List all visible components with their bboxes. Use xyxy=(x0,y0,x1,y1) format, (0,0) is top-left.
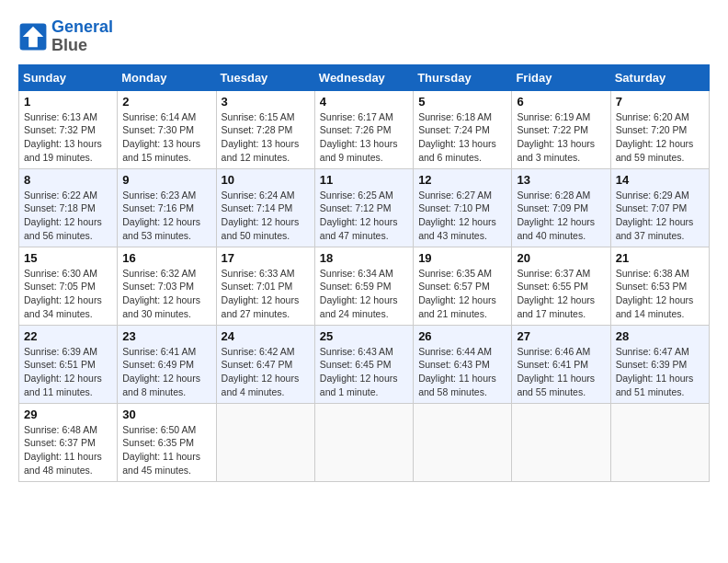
day-number: 22 xyxy=(24,329,112,343)
day-info: Sunrise: 6:50 AMSunset: 6:35 PMDaylight:… xyxy=(122,423,210,477)
day-info: Sunrise: 6:39 AMSunset: 6:51 PMDaylight:… xyxy=(24,345,112,399)
calendar-cell: 20Sunrise: 6:37 AMSunset: 6:55 PMDayligh… xyxy=(512,247,610,325)
calendar-cell: 22Sunrise: 6:39 AMSunset: 6:51 PMDayligh… xyxy=(19,325,118,403)
calendar-cell: 17Sunrise: 6:33 AMSunset: 7:01 PMDayligh… xyxy=(216,247,314,325)
day-info: Sunrise: 6:15 AMSunset: 7:28 PMDaylight:… xyxy=(222,110,310,165)
day-info: Sunrise: 6:47 AMSunset: 6:39 PMDaylight:… xyxy=(616,345,704,399)
calendar-cell xyxy=(610,403,709,481)
day-number: 17 xyxy=(222,251,310,265)
calendar-week-row: 22Sunrise: 6:39 AMSunset: 6:51 PMDayligh… xyxy=(19,325,710,403)
day-info: Sunrise: 6:14 AMSunset: 7:30 PMDaylight:… xyxy=(122,110,210,165)
calendar-cell: 26Sunrise: 6:44 AMSunset: 6:43 PMDayligh… xyxy=(414,325,512,403)
calendar-cell: 1Sunrise: 6:13 AMSunset: 7:32 PMDaylight… xyxy=(19,90,118,168)
day-info: Sunrise: 6:23 AMSunset: 7:16 PMDaylight:… xyxy=(122,189,210,243)
day-number: 28 xyxy=(616,329,704,343)
day-info: Sunrise: 6:24 AMSunset: 7:14 PMDaylight:… xyxy=(222,189,310,243)
calendar-header-friday: Friday xyxy=(512,64,610,90)
calendar-cell xyxy=(314,403,413,481)
day-number: 11 xyxy=(320,173,408,187)
day-info: Sunrise: 6:22 AMSunset: 7:18 PMDaylight:… xyxy=(24,189,112,243)
day-info: Sunrise: 6:32 AMSunset: 7:03 PMDaylight:… xyxy=(122,267,210,321)
day-number: 29 xyxy=(24,408,112,421)
day-info: Sunrise: 6:44 AMSunset: 6:43 PMDaylight:… xyxy=(418,345,506,399)
day-number: 21 xyxy=(616,251,704,265)
calendar-header-thursday: Thursday xyxy=(414,64,512,90)
day-number: 14 xyxy=(616,173,704,187)
calendar-cell: 12Sunrise: 6:27 AMSunset: 7:10 PMDayligh… xyxy=(414,168,512,247)
day-info: Sunrise: 6:34 AMSunset: 6:59 PMDaylight:… xyxy=(320,267,408,321)
day-info: Sunrise: 6:25 AMSunset: 7:12 PMDaylight:… xyxy=(320,189,408,243)
day-info: Sunrise: 6:41 AMSunset: 6:49 PMDaylight:… xyxy=(122,345,210,399)
day-info: Sunrise: 6:18 AMSunset: 7:24 PMDaylight:… xyxy=(418,110,506,165)
day-info: Sunrise: 6:38 AMSunset: 6:53 PMDaylight:… xyxy=(616,267,704,321)
day-number: 23 xyxy=(122,329,210,343)
day-number: 6 xyxy=(517,95,605,109)
day-number: 1 xyxy=(24,95,112,109)
day-number: 2 xyxy=(122,95,210,109)
day-number: 25 xyxy=(320,329,408,343)
calendar-cell: 29Sunrise: 6:48 AMSunset: 6:37 PMDayligh… xyxy=(19,403,118,481)
day-info: Sunrise: 6:43 AMSunset: 6:45 PMDaylight:… xyxy=(320,345,408,399)
calendar-cell: 14Sunrise: 6:29 AMSunset: 7:07 PMDayligh… xyxy=(610,168,709,247)
calendar-cell: 21Sunrise: 6:38 AMSunset: 6:53 PMDayligh… xyxy=(610,247,709,325)
calendar-header-wednesday: Wednesday xyxy=(314,64,413,90)
calendar-cell: 10Sunrise: 6:24 AMSunset: 7:14 PMDayligh… xyxy=(216,168,314,247)
day-number: 26 xyxy=(418,329,506,343)
day-number: 15 xyxy=(24,251,112,265)
day-number: 5 xyxy=(418,95,506,109)
calendar-header-sunday: Sunday xyxy=(19,64,118,90)
day-info: Sunrise: 6:46 AMSunset: 6:41 PMDaylight:… xyxy=(517,345,605,399)
day-info: Sunrise: 6:28 AMSunset: 7:09 PMDaylight:… xyxy=(517,189,605,243)
calendar-header-row: SundayMondayTuesdayWednesdayThursdayFrid… xyxy=(19,64,710,90)
day-number: 20 xyxy=(517,251,605,265)
calendar-cell: 7Sunrise: 6:20 AMSunset: 7:20 PMDaylight… xyxy=(610,90,709,168)
day-info: Sunrise: 6:20 AMSunset: 7:20 PMDaylight:… xyxy=(616,110,704,165)
calendar-cell: 2Sunrise: 6:14 AMSunset: 7:30 PMDaylight… xyxy=(118,90,216,168)
calendar-cell: 5Sunrise: 6:18 AMSunset: 7:24 PMDaylight… xyxy=(414,90,512,168)
calendar-cell: 19Sunrise: 6:35 AMSunset: 6:57 PMDayligh… xyxy=(414,247,512,325)
calendar-cell: 18Sunrise: 6:34 AMSunset: 6:59 PMDayligh… xyxy=(314,247,413,325)
calendar-week-row: 1Sunrise: 6:13 AMSunset: 7:32 PMDaylight… xyxy=(19,90,710,168)
calendar-cell xyxy=(414,403,512,481)
logo-text: GeneralBlue xyxy=(51,18,113,55)
day-number: 9 xyxy=(122,173,210,187)
day-number: 10 xyxy=(222,173,310,187)
calendar-week-row: 29Sunrise: 6:48 AMSunset: 6:37 PMDayligh… xyxy=(19,403,710,481)
logo-icon xyxy=(18,22,48,52)
day-info: Sunrise: 6:19 AMSunset: 7:22 PMDaylight:… xyxy=(517,110,605,165)
calendar-cell: 15Sunrise: 6:30 AMSunset: 7:05 PMDayligh… xyxy=(19,247,118,325)
day-number: 30 xyxy=(122,408,210,421)
calendar-week-row: 15Sunrise: 6:30 AMSunset: 7:05 PMDayligh… xyxy=(19,247,710,325)
calendar-cell: 3Sunrise: 6:15 AMSunset: 7:28 PMDaylight… xyxy=(216,90,314,168)
calendar-cell: 24Sunrise: 6:42 AMSunset: 6:47 PMDayligh… xyxy=(216,325,314,403)
calendar-cell: 23Sunrise: 6:41 AMSunset: 6:49 PMDayligh… xyxy=(118,325,216,403)
day-info: Sunrise: 6:37 AMSunset: 6:55 PMDaylight:… xyxy=(517,267,605,321)
calendar-cell xyxy=(512,403,610,481)
calendar-table: SundayMondayTuesdayWednesdayThursdayFrid… xyxy=(18,64,710,482)
calendar-cell: 6Sunrise: 6:19 AMSunset: 7:22 PMDaylight… xyxy=(512,90,610,168)
day-number: 24 xyxy=(222,329,310,343)
calendar-cell: 28Sunrise: 6:47 AMSunset: 6:39 PMDayligh… xyxy=(610,325,709,403)
logo: GeneralBlue xyxy=(18,18,113,55)
day-number: 7 xyxy=(616,95,704,109)
calendar-cell: 25Sunrise: 6:43 AMSunset: 6:45 PMDayligh… xyxy=(314,325,413,403)
calendar-cell: 11Sunrise: 6:25 AMSunset: 7:12 PMDayligh… xyxy=(314,168,413,247)
day-info: Sunrise: 6:17 AMSunset: 7:26 PMDaylight:… xyxy=(320,110,408,165)
calendar-cell xyxy=(216,403,314,481)
calendar-cell: 4Sunrise: 6:17 AMSunset: 7:26 PMDaylight… xyxy=(314,90,413,168)
day-info: Sunrise: 6:29 AMSunset: 7:07 PMDaylight:… xyxy=(616,189,704,243)
day-info: Sunrise: 6:13 AMSunset: 7:32 PMDaylight:… xyxy=(24,110,112,165)
day-info: Sunrise: 6:30 AMSunset: 7:05 PMDaylight:… xyxy=(24,267,112,321)
calendar-week-row: 8Sunrise: 6:22 AMSunset: 7:18 PMDaylight… xyxy=(19,168,710,247)
calendar-cell: 27Sunrise: 6:46 AMSunset: 6:41 PMDayligh… xyxy=(512,325,610,403)
day-number: 13 xyxy=(517,173,605,187)
calendar-cell: 16Sunrise: 6:32 AMSunset: 7:03 PMDayligh… xyxy=(118,247,216,325)
day-number: 16 xyxy=(122,251,210,265)
day-number: 12 xyxy=(418,173,506,187)
calendar-header-saturday: Saturday xyxy=(610,64,709,90)
day-number: 18 xyxy=(320,251,408,265)
day-info: Sunrise: 6:48 AMSunset: 6:37 PMDaylight:… xyxy=(24,423,112,477)
day-number: 4 xyxy=(320,95,408,109)
day-number: 19 xyxy=(418,251,506,265)
day-info: Sunrise: 6:42 AMSunset: 6:47 PMDaylight:… xyxy=(222,345,310,399)
